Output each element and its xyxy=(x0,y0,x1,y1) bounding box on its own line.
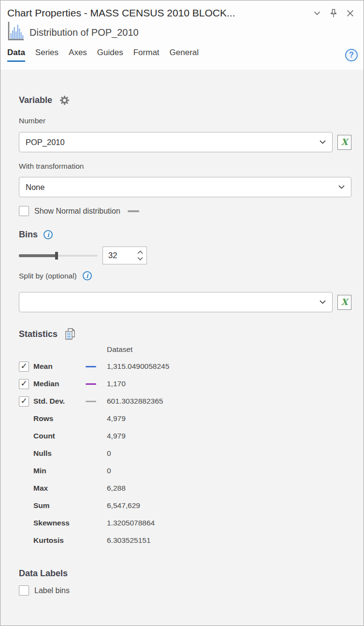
variable-section-heading: Variable xyxy=(19,95,52,105)
stat-value: 0 xyxy=(107,449,111,458)
tab-general[interactable]: General xyxy=(170,48,199,62)
mean-checkbox[interactable]: ✓ xyxy=(19,362,29,372)
stat-row-mean: ✓ Mean 1,315.0490058245 xyxy=(19,358,354,375)
median-checkbox[interactable]: ✓ xyxy=(19,379,29,389)
checkmark-icon: ✓ xyxy=(20,397,27,405)
stat-row-skewness: Skewness 1.3205078864 xyxy=(19,514,354,532)
stddev-checkbox[interactable]: ✓ xyxy=(19,396,29,407)
stat-value: 601.3032882365 xyxy=(107,397,163,406)
stat-value: 6,288 xyxy=(107,484,126,493)
label-bins-checkbox[interactable] xyxy=(19,585,29,596)
stat-row-rows: Rows 4,979 xyxy=(19,410,354,427)
stat-value: 1,170 xyxy=(107,379,126,388)
stat-value: 6.303525151 xyxy=(107,536,151,545)
show-normal-distribution-label: Show Normal distribution xyxy=(34,207,120,216)
stat-row-kurtosis: Kurtosis 6.303525151 xyxy=(19,532,354,549)
stat-row-nulls: Nulls 0 xyxy=(19,445,354,462)
chevron-down-icon xyxy=(320,140,326,144)
stat-label: Kurtosis xyxy=(33,536,86,545)
stat-label: Nulls xyxy=(33,449,86,458)
tab-axes[interactable]: Axes xyxy=(69,48,87,62)
variable-options-button[interactable] xyxy=(58,94,71,107)
slider-handle[interactable] xyxy=(55,252,58,260)
panel-menu-button[interactable] xyxy=(313,10,321,16)
stat-label: Skewness xyxy=(33,519,86,527)
bins-value-input[interactable]: 32 xyxy=(103,247,134,264)
checkmark-icon: ✓ xyxy=(20,362,27,370)
tab-series[interactable]: Series xyxy=(35,48,58,62)
histogram-chart-icon xyxy=(7,21,25,41)
stat-value: 0 xyxy=(107,466,111,475)
info-icon[interactable]: i xyxy=(83,271,92,280)
panel-title: Chart Properties - MASS CENSUS 2010 BLOC… xyxy=(7,7,313,19)
bins-increment-button[interactable] xyxy=(137,250,144,255)
number-field-combobox[interactable]: POP_2010 xyxy=(19,132,333,152)
copy-icon xyxy=(64,328,76,340)
tab-bar: Data Series Axes Guides Format General ? xyxy=(7,48,358,62)
transformation-label: With transformation xyxy=(19,162,354,171)
chart-subtitle: Distribution of POP_2010 xyxy=(29,27,139,41)
help-button[interactable]: ? xyxy=(345,49,358,61)
stat-row-stddev: ✓ Std. Dev. 601.3032882365 xyxy=(19,393,354,410)
stat-label: Sum xyxy=(33,501,86,510)
number-set-expression-button[interactable]: X xyxy=(337,135,351,150)
stat-label: Median xyxy=(33,379,86,388)
stat-row-min: Min 0 xyxy=(19,462,354,480)
close-icon xyxy=(347,10,354,17)
chevron-down-icon xyxy=(320,300,326,304)
pin-icon xyxy=(330,9,337,18)
info-icon[interactable]: i xyxy=(44,230,53,239)
mean-line-swatch xyxy=(86,366,96,367)
tab-data[interactable]: Data xyxy=(7,48,25,62)
slider-fill xyxy=(19,254,57,257)
transformation-combobox[interactable]: None xyxy=(19,177,351,197)
bins-slider[interactable] xyxy=(19,251,98,261)
stat-row-median: ✓ Median 1,170 xyxy=(19,375,354,393)
split-set-expression-button[interactable]: X xyxy=(337,295,351,310)
stat-label: Count xyxy=(33,432,86,440)
help-icon: ? xyxy=(345,49,358,61)
label-bins-label: Label bins xyxy=(34,586,70,595)
dataset-column-header: Dataset xyxy=(19,345,354,358)
transformation-value: None xyxy=(26,183,338,192)
tab-guides[interactable]: Guides xyxy=(97,48,123,62)
panel-header: Chart Properties - MASS CENSUS 2010 BLOC… xyxy=(0,0,364,70)
stddev-line-swatch xyxy=(86,401,96,402)
split-by-label: Split by (optional) xyxy=(19,272,77,280)
stat-label: Std. Dev. xyxy=(33,397,86,406)
normal-distribution-line-swatch xyxy=(128,210,139,212)
stat-label: Min xyxy=(33,466,86,475)
pin-panel-button[interactable] xyxy=(329,8,338,19)
stat-value: 1,315.0490058245 xyxy=(107,362,169,371)
statistics-section-heading: Statistics xyxy=(19,329,58,339)
show-normal-distribution-checkbox[interactable] xyxy=(19,206,29,216)
chevron-up-icon xyxy=(137,250,143,254)
number-field-label: Number xyxy=(19,116,354,125)
data-tab-content: Variable Number POP_2010 X With transfor xyxy=(0,70,364,596)
close-panel-button[interactable] xyxy=(346,9,355,18)
stat-value: 6,547,629 xyxy=(107,501,140,510)
tab-format[interactable]: Format xyxy=(133,48,160,62)
bins-decrement-button[interactable] xyxy=(137,256,144,261)
stat-row-count: Count 4,979 xyxy=(19,427,354,445)
chevron-down-icon xyxy=(314,11,320,15)
gear-icon xyxy=(59,95,70,106)
stat-label: Rows xyxy=(33,414,86,423)
chevron-down-icon xyxy=(338,185,345,189)
bins-section-heading: Bins xyxy=(19,230,38,240)
checkmark-icon: ✓ xyxy=(20,379,27,388)
data-labels-section-heading: Data Labels xyxy=(19,568,354,579)
chevron-down-icon xyxy=(137,257,143,261)
stat-label: Mean xyxy=(33,362,86,371)
expression-x-icon: X xyxy=(341,298,348,306)
stat-label: Max xyxy=(33,484,86,493)
statistics-table: Dataset ✓ Mean 1,315.0490058245 ✓ Median… xyxy=(19,345,354,549)
split-by-combobox[interactable] xyxy=(19,292,333,312)
stat-value: 4,979 xyxy=(107,414,126,423)
expression-x-icon: X xyxy=(341,138,348,146)
stat-row-max: Max 6,288 xyxy=(19,480,354,497)
stat-value: 1.3205078864 xyxy=(107,519,155,527)
stat-row-sum: Sum 6,547,629 xyxy=(19,497,354,514)
copy-statistics-button[interactable] xyxy=(63,327,77,341)
median-line-swatch xyxy=(86,383,96,385)
